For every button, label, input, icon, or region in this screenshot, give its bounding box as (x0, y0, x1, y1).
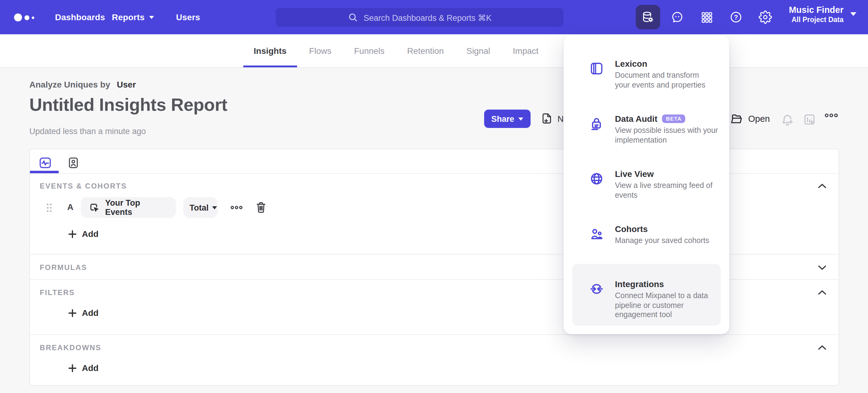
drag-handle[interactable] (46, 203, 53, 213)
events-view-tab[interactable] (38, 156, 52, 170)
mixpanel-app: Dashboards Reports Users Search Dashboar… (0, 0, 868, 393)
add-to-board-button[interactable] (803, 113, 817, 127)
analyze-by-label: Analyze Uniques by (29, 80, 110, 89)
open-report-button[interactable]: Open (730, 112, 770, 125)
bell-plus-icon (781, 113, 795, 127)
breakdowns-section-header: BREAKDOWNS (40, 343, 101, 352)
lock-icon (589, 116, 604, 131)
more-options-button[interactable] (825, 113, 838, 118)
chevron-up-icon (815, 179, 829, 193)
event-options-button[interactable] (230, 205, 243, 210)
cohorts-people-icon (589, 226, 604, 241)
feedback-icon (671, 10, 684, 24)
filters-section-header: FILTERS (40, 288, 75, 297)
menu-item-live-view[interactable]: Live View View a live streaming feed of … (564, 168, 729, 200)
data-management-icon (641, 10, 655, 24)
event-select-button[interactable]: Your Top Events (81, 197, 176, 218)
menu-item-integrations[interactable]: Integrations Connect Mixpanel to a data … (564, 279, 729, 320)
tab-insights[interactable]: Insights (243, 34, 297, 67)
feedback-button[interactable] (665, 5, 689, 29)
events-section-header: EVENTS & COHORTS (40, 182, 127, 190)
nav-link-reports[interactable]: Reports (112, 0, 154, 34)
plus-icon (68, 364, 76, 372)
book-icon (589, 61, 604, 76)
share-button[interactable]: Share (484, 110, 531, 128)
chevron-down-icon (149, 16, 154, 19)
delete-event-button[interactable] (255, 201, 267, 214)
add-filter-button[interactable]: Add (68, 308, 98, 318)
collapse-breakdowns-button[interactable] (815, 341, 829, 355)
divider (30, 334, 839, 335)
plus-icon (68, 230, 76, 238)
add-event-button[interactable]: Add (68, 229, 98, 239)
top-nav-bar: Dashboards Reports Users Search Dashboar… (0, 0, 868, 34)
new-report-label: N (557, 114, 564, 123)
menu-item-lexicon[interactable]: Lexicon Document and transform your even… (564, 58, 729, 90)
chevron-up-icon (815, 341, 829, 355)
analyze-by-selector[interactable]: User (117, 80, 136, 89)
chevron-down-icon (519, 117, 524, 120)
chevron-up-icon (815, 286, 829, 299)
settings-gear-icon (758, 10, 772, 24)
event-cursor-icon (89, 202, 100, 213)
chevron-down-icon (815, 261, 829, 274)
search-icon (348, 12, 358, 23)
search-placeholder: Search Dashboards & Reports ⌘K (364, 12, 492, 22)
plus-icon (68, 309, 76, 317)
menu-item-cohorts[interactable]: Cohorts Manage your saved cohorts (564, 223, 729, 246)
project-name: Music Finder (789, 4, 843, 15)
open-folder-icon (730, 112, 743, 125)
nav-link-dashboards[interactable]: Dashboards (55, 0, 105, 34)
apps-grid-button[interactable] (694, 5, 719, 29)
project-selector[interactable]: Music Finder All Project Data (789, 4, 857, 24)
beta-badge: BETA (662, 115, 685, 123)
chevron-down-icon (850, 12, 857, 16)
series-letter: A (67, 202, 73, 212)
settings-button[interactable] (753, 5, 778, 29)
add-breakdown-button[interactable]: Add (68, 363, 98, 373)
more-options-icon (825, 113, 838, 118)
apps-grid-icon (700, 11, 713, 24)
report-title[interactable]: Untitled Insights Report (29, 95, 227, 115)
aggregation-value: Total (189, 203, 209, 212)
tab-signal[interactable]: Signal (456, 34, 501, 67)
global-search-input[interactable]: Search Dashboards & Reports ⌘K (276, 8, 564, 27)
help-button[interactable]: ? (724, 5, 748, 29)
sync-arrows-icon (589, 282, 604, 296)
tab-funnels[interactable]: Funnels (344, 34, 395, 67)
updated-status: Updated less than a minute ago (29, 127, 146, 136)
create-alert-button[interactable] (781, 113, 795, 127)
collapse-events-button[interactable] (815, 179, 829, 193)
report-tab-bar: Insights Flows Funnels Retention Signal … (0, 34, 868, 68)
tab-impact[interactable]: Impact (502, 34, 549, 67)
project-scope: All Project Data (789, 15, 843, 24)
pulse-chart-icon (38, 156, 52, 170)
data-management-dropdown: Lexicon Document and transform your even… (564, 35, 729, 334)
chevron-down-icon (212, 206, 217, 209)
analyze-by-row: Analyze Uniques by User (29, 80, 136, 89)
menu-item-data-audit[interactable]: Data Audit BETA View possible issues wit… (564, 113, 729, 145)
formulas-section-header: FORMULAS (40, 263, 87, 272)
new-report-button[interactable]: N (540, 112, 564, 125)
new-document-icon (540, 112, 553, 125)
globe-icon (589, 171, 604, 186)
help-icon: ? (729, 10, 743, 24)
user-profile-icon (67, 156, 80, 170)
collapse-filters-button[interactable] (815, 286, 829, 299)
tab-flows[interactable]: Flows (299, 34, 342, 67)
chart-plus-icon (803, 113, 817, 127)
event-name: Your Top Events (105, 198, 168, 217)
active-tab-underline (30, 171, 59, 173)
tab-retention[interactable]: Retention (397, 34, 454, 67)
aggregation-select-button[interactable]: Total (183, 197, 218, 218)
expand-formulas-button[interactable] (815, 261, 829, 274)
mixpanel-logo-icon[interactable] (14, 13, 34, 22)
profiles-view-tab[interactable] (67, 156, 80, 170)
nav-link-users[interactable]: Users (176, 0, 200, 34)
svg-text:?: ? (734, 13, 738, 21)
data-management-button[interactable] (636, 5, 660, 29)
